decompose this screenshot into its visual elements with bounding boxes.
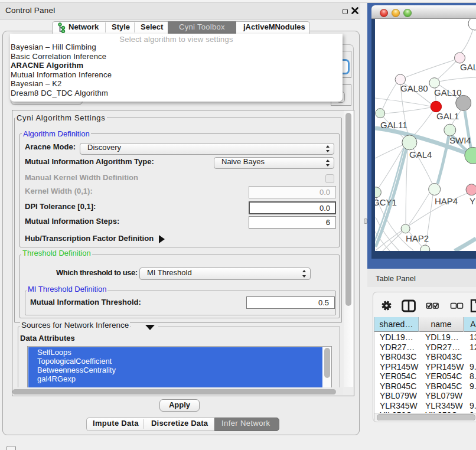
svg-text:SWI4: SWI4 [449,135,471,145]
svg-text:HAP4: HAP4 [435,196,458,206]
svg-text:GCY1: GCY1 [375,197,397,207]
svg-text:HAP2: HAP2 [406,233,429,243]
svg-text:GAL1: GAL1 [436,111,459,121]
svg-text:GAL2: GAL2 [460,62,476,72]
svg-text:YD: YD [470,196,476,206]
svg-text:GAL80: GAL80 [400,83,428,93]
svg-text:GAL10: GAL10 [434,87,462,97]
svg-text:GAL4: GAL4 [409,149,432,159]
svg-text:GAL11: GAL11 [380,120,407,130]
